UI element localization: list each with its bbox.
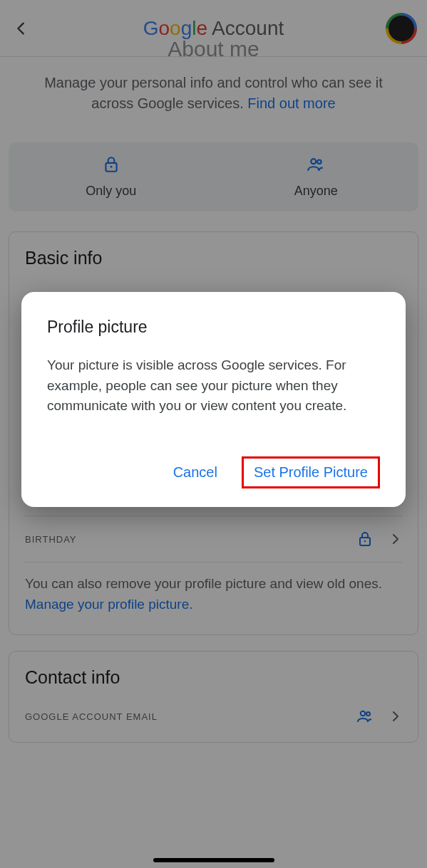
cancel-button[interactable]: Cancel (168, 460, 223, 485)
page-root: Google Account About me Manage your pers… (0, 0, 427, 868)
set-profile-picture-highlight: Set Profile Picture (242, 456, 380, 488)
dialog-body: Your picture is visible across Google se… (47, 355, 380, 417)
set-profile-picture-button[interactable]: Set Profile Picture (248, 460, 374, 485)
home-indicator[interactable] (153, 858, 274, 862)
dialog-actions: Cancel Set Profile Picture (47, 456, 380, 488)
dialog-title: Profile picture (47, 318, 380, 337)
profile-picture-dialog: Profile picture Your picture is visible … (21, 292, 406, 507)
